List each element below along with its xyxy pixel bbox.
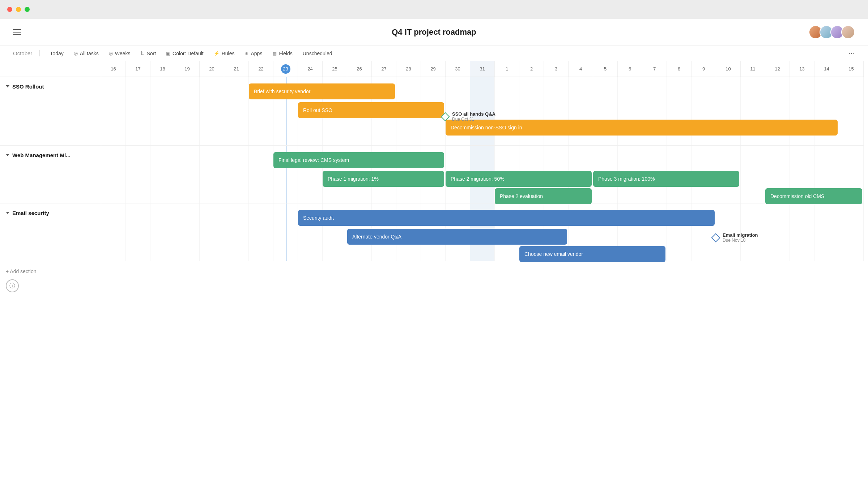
date-cell-9: 9 — [692, 61, 716, 77]
menu-button[interactable] — [13, 29, 21, 35]
date-cell-5: 5 — [593, 61, 618, 77]
sidebar-section-web[interactable]: Web Management Mi... — [0, 146, 101, 203]
color-icon: ▣ — [166, 51, 170, 56]
avatar-group — [809, 25, 855, 39]
date-cell-17: 17 — [126, 61, 150, 77]
task-bar-brief-vendor[interactable]: Brief with security vendor — [249, 83, 395, 99]
sidebar-section-web-label: Web Management Mi... — [12, 152, 71, 158]
filter-icon: ◎ — [74, 51, 78, 56]
chevron-down-icon — [6, 154, 9, 156]
chevron-down-icon — [6, 85, 9, 87]
page-title: Q4 IT project roadmap — [392, 27, 476, 37]
apps-button[interactable]: ⊞ Apps — [244, 51, 262, 56]
sidebar-section-sso-label: SSO Rollout — [12, 83, 44, 90]
task-bar-choose-email[interactable]: Choose new email vendor — [519, 246, 665, 262]
date-cell-13: 13 — [790, 61, 814, 77]
today-button[interactable]: Today — [50, 51, 63, 56]
date-cell-11: 11 — [741, 61, 765, 77]
milestone-title: Email migration — [723, 232, 758, 238]
task-bar-decommission-cms[interactable]: Decommission old CMS — [765, 188, 862, 204]
weeks-button[interactable]: ◎ Weeks — [109, 51, 131, 56]
date-cell-4: 4 — [569, 61, 593, 77]
app-window: Q4 IT project roadmap October Today ◎ Al… — [0, 19, 868, 490]
info-button[interactable]: ⓘ — [6, 279, 19, 292]
date-cell-25: 25 — [323, 61, 347, 77]
fields-button[interactable]: ▦ Fields — [272, 51, 292, 56]
gantt-rows: Brief with security vendorRoll out SSODe… — [101, 77, 864, 261]
milestone-email-migration[interactable]: Email migrationDue Nov 10 — [712, 232, 758, 243]
task-bar-roll-out-sso[interactable]: Roll out SSO — [298, 102, 444, 118]
date-cell-28: 28 — [396, 61, 421, 77]
today-line — [286, 203, 286, 261]
date-cell-22: 22 — [249, 61, 273, 77]
all-tasks-button[interactable]: ◎ All tasks — [74, 51, 99, 56]
month-label: October — [13, 50, 40, 56]
gantt-wrapper: SSO Rollout Web Management Mi... Email s… — [0, 61, 868, 490]
close-button[interactable] — [7, 7, 12, 12]
sidebar: SSO Rollout Web Management Mi... Email s… — [0, 61, 101, 490]
sort-button[interactable]: ⇅ Sort — [140, 51, 156, 56]
date-cell-29: 29 — [421, 61, 446, 77]
date-cell-7: 7 — [642, 61, 667, 77]
milestone-text: SSO all hands Q&ADue Oct 31 — [452, 111, 495, 122]
date-cell-10: 10 — [716, 61, 741, 77]
task-bar-phase1[interactable]: Phase 1 migration: 1% — [323, 171, 444, 187]
sidebar-section-email[interactable]: Email security — [0, 203, 101, 261]
avatar[interactable] — [841, 25, 855, 39]
date-cell-1: 1 — [495, 61, 519, 77]
color-button[interactable]: ▣ Color: Default — [166, 51, 204, 56]
date-cell-24: 24 — [298, 61, 323, 77]
sidebar-section-sso[interactable]: SSO Rollout — [0, 77, 101, 146]
rules-icon: ⚡ — [214, 51, 220, 56]
date-cell-2: 2 — [519, 61, 544, 77]
sidebar-section-email-label: Email security — [12, 210, 49, 216]
task-bar-decommission-sso[interactable]: Decommission non-SSO sign in — [446, 120, 838, 136]
more-options-button[interactable]: ··· — [848, 50, 855, 57]
date-cell-21: 21 — [224, 61, 249, 77]
task-bar-phase2[interactable]: Phase 2 migration: 50% — [446, 171, 592, 187]
date-cell-14: 14 — [814, 61, 839, 77]
calendar-icon: ◎ — [109, 51, 113, 56]
unscheduled-button[interactable]: Unscheduled — [303, 51, 332, 56]
task-bar-final-legal[interactable]: Final legal review: CMS system — [273, 152, 444, 168]
date-cell-3: 3 — [544, 61, 569, 77]
gantt-row: Brief with security vendorRoll out SSODe… — [101, 77, 864, 146]
titlebar — [0, 0, 868, 19]
gantt-row: Final legal review: CMS systemPhase 1 mi… — [101, 146, 864, 203]
date-cell-8: 8 — [667, 61, 692, 77]
gantt-inner: 1617181920212223242526272829303112345678… — [101, 61, 864, 261]
sidebar-header — [0, 61, 101, 77]
date-cell-31: 31 — [470, 61, 495, 77]
date-cell-30: 30 — [446, 61, 470, 77]
milestone-due: Due Nov 10 — [723, 238, 758, 243]
header: Q4 IT project roadmap — [0, 19, 868, 46]
fullscreen-button[interactable] — [25, 7, 30, 12]
milestone-title: SSO all hands Q&A — [452, 111, 495, 117]
task-bar-phase2-eval[interactable]: Phase 2 evaluation — [495, 188, 592, 204]
date-cell-20: 20 — [200, 61, 224, 77]
gantt-row: Security auditAlternate vendor Q&AChoose… — [101, 203, 864, 261]
rules-button[interactable]: ⚡ Rules — [214, 51, 235, 56]
minimize-button[interactable] — [16, 7, 21, 12]
milestone-due: Due Oct 31 — [452, 117, 495, 122]
date-cell-6: 6 — [618, 61, 642, 77]
add-section-button[interactable]: + Add section — [0, 261, 101, 274]
date-header: 1617181920212223242526272829303112345678… — [101, 61, 864, 77]
fields-icon: ▦ — [272, 51, 277, 56]
chevron-down-icon — [6, 212, 9, 214]
gantt-chart: 1617181920212223242526272829303112345678… — [101, 61, 868, 490]
date-cell-18: 18 — [150, 61, 175, 77]
task-bar-alt-vendor[interactable]: Alternate vendor Q&A — [347, 229, 567, 245]
task-bar-security-audit[interactable]: Security audit — [298, 210, 715, 226]
date-cell-16: 16 — [101, 61, 126, 77]
date-cell-12: 12 — [765, 61, 790, 77]
sort-icon: ⇅ — [140, 51, 144, 56]
diamond-icon — [441, 112, 450, 121]
date-cell-26: 26 — [347, 61, 372, 77]
date-cell-15: 15 — [839, 61, 864, 77]
toolbar: October Today ◎ All tasks ◎ Weeks ⇅ Sort… — [0, 46, 868, 61]
task-bar-phase3[interactable]: Phase 3 migration: 100% — [593, 171, 739, 187]
apps-icon: ⊞ — [244, 51, 248, 56]
milestone-sso-all-hands[interactable]: SSO all hands Q&ADue Oct 31 — [442, 111, 495, 122]
date-cell-27: 27 — [372, 61, 396, 77]
